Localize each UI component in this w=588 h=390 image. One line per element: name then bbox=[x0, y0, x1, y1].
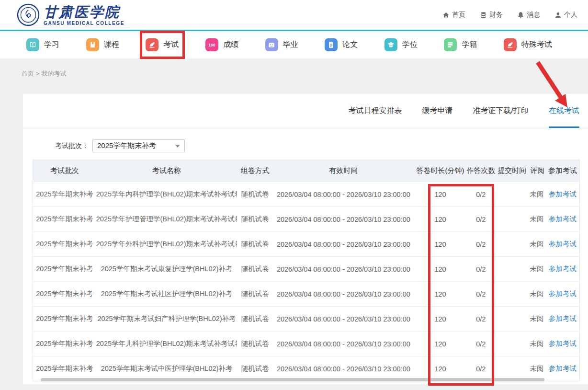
review-status-cell: 未阅 bbox=[529, 339, 546, 348]
exam-batch-filter: 考试批次： 2025学年期末补考 bbox=[55, 139, 185, 152]
attempts-cell: 0/2 bbox=[466, 365, 495, 373]
valid-time-cell: 2026/03/04 08:00:00 - 2026/03/10 23:00:0… bbox=[273, 241, 414, 248]
top-nav-finance[interactable]: 财务 bbox=[480, 11, 503, 19]
attempts-cell: 0/2 bbox=[466, 191, 495, 198]
duration-cell: 120 bbox=[414, 216, 467, 223]
duration-cell: 120 bbox=[414, 365, 467, 373]
table-row: 2025学年期末补考2025学年儿科护理学(BHL02)期末考试补考试卷随机试卷… bbox=[33, 331, 579, 356]
nav-label: 成绩 bbox=[223, 40, 238, 50]
tab-online-exam[interactable]: 在线考试 bbox=[549, 94, 579, 128]
bell-icon bbox=[517, 11, 524, 19]
attempts-cell: 0/2 bbox=[466, 315, 495, 323]
column-header: 答卷时长(分钟) bbox=[414, 166, 467, 175]
paper-method-cell: 随机试卷 bbox=[237, 364, 273, 373]
exam-batch-cell: 2025学年期末补考 bbox=[33, 190, 96, 199]
special-exam-icon bbox=[504, 38, 517, 51]
valid-time-cell: 2026/03/04 08:00:00 - 2026/03/10 23:00:0… bbox=[273, 191, 414, 198]
finance-icon bbox=[480, 11, 487, 19]
column-header: 参加考试 bbox=[546, 166, 579, 175]
duration-cell: 120 bbox=[414, 290, 467, 298]
breadcrumb-separator: > bbox=[36, 70, 40, 77]
breadcrumb-home-link[interactable]: 首页 bbox=[22, 70, 34, 77]
exam-name-cell: 2025学年内科护理学(BHL02)期末考试补考试卷 bbox=[96, 190, 237, 199]
join-exam-link[interactable]: 参加考试 bbox=[546, 289, 579, 298]
column-header: 有效时间 bbox=[273, 166, 414, 175]
table-header-row: 考试批次考试名称组卷方式有效时间答卷时长(分钟)作答次数提交时间评阅参加考试 bbox=[33, 160, 579, 182]
join-exam-link[interactable]: 参加考试 bbox=[546, 190, 579, 199]
tab-divider bbox=[23, 128, 588, 128]
college-seal-icon bbox=[17, 3, 40, 26]
column-header: 考试名称 bbox=[96, 166, 237, 175]
exam-batch-label: 考试批次： bbox=[55, 142, 89, 150]
thesis-icon bbox=[325, 38, 338, 51]
exam-batch-cell: 2025学年期末补考 bbox=[33, 264, 96, 274]
top-nav-messages[interactable]: 消息 bbox=[517, 11, 540, 19]
join-exam-link[interactable]: 参加考试 bbox=[546, 364, 579, 373]
table-row: 2025学年期末补考2025学年外科护理学(BHL02)期末考试补考试卷随机试卷… bbox=[33, 231, 579, 256]
nav-label: 毕业 bbox=[283, 40, 298, 50]
exam-batch-select[interactable]: 2025学年期末补考 bbox=[92, 139, 185, 152]
paper-method-cell: 随机试卷 bbox=[237, 215, 273, 224]
exam-batch-cell: 2025学年期末补考 bbox=[33, 339, 96, 348]
tab-deferred-exam-application[interactable]: 缓考申请 bbox=[422, 94, 453, 128]
valid-time-cell: 2026/03/04 08:00:00 - 2026/03/10 23:00:0… bbox=[273, 290, 414, 298]
exam-name-cell: 2025学年儿科护理学(BHL02)期末考试补考试卷 bbox=[96, 339, 237, 348]
table-row: 2025学年期末补考2025学年内科护理学(BHL02)期末考试补考试卷随机试卷… bbox=[33, 182, 579, 206]
nav-item-thesis[interactable]: 论文 bbox=[325, 38, 358, 51]
exam-batch-cell: 2025学年期末补考 bbox=[33, 364, 96, 373]
nav-item-degree[interactable]: 学位 bbox=[384, 38, 418, 51]
content-card: 考试日程安排表 缓考申请 准考证下载/打印 在线考试 考试批次： 2025学年期… bbox=[23, 94, 588, 384]
duration-cell: 120 bbox=[414, 265, 467, 273]
duration-cell: 120 bbox=[414, 241, 467, 248]
exam-batch-value: 2025学年期末补考 bbox=[97, 141, 156, 150]
exam-name-cell: 2025学年护理管理学(BHL02)期末考试补考试卷 bbox=[96, 215, 237, 224]
valid-time-cell: 2026/03/04 08:00:00 - 2026/03/10 23:00:0… bbox=[273, 365, 414, 373]
nav-label: 学习 bbox=[44, 40, 59, 50]
top-header: 甘肃医学院 GANSU MEDICAL COLLEGE 首页 财务 消息 个人 bbox=[0, 0, 588, 30]
tab-exam-schedule[interactable]: 考试日程安排表 bbox=[349, 94, 402, 128]
join-exam-link[interactable]: 参加考试 bbox=[546, 339, 579, 348]
exam-name-cell: 2025学年外科护理学(BHL02)期末考试补考试卷 bbox=[96, 240, 237, 249]
table-row: 2025学年期末补考2025学年期末考试康复护理学(BHL02)补考随机试卷20… bbox=[33, 256, 579, 281]
attempts-cell: 0/2 bbox=[466, 265, 495, 273]
nav-item-graduation[interactable]: 毕业 bbox=[265, 38, 298, 51]
tab-admission-ticket-download[interactable]: 准考证下载/打印 bbox=[473, 94, 529, 128]
paper-method-cell: 随机试卷 bbox=[237, 289, 273, 298]
top-nav-label: 首页 bbox=[452, 11, 465, 19]
join-exam-link[interactable]: 参加考试 bbox=[546, 240, 579, 249]
attempts-cell: 0/2 bbox=[466, 340, 495, 348]
top-nav-profile[interactable]: 个人 bbox=[554, 11, 577, 19]
main-nav: 学习 课程 考试 100 成绩 毕业 论文 学位 bbox=[0, 31, 588, 58]
breadcrumb-current: 我的考试 bbox=[42, 70, 67, 77]
review-status-cell: 未阅 bbox=[529, 190, 546, 199]
college-name-en: GANSU MEDICAL COLLEGE bbox=[44, 21, 124, 26]
join-exam-link[interactable]: 参加考试 bbox=[546, 215, 579, 224]
nav-item-roster[interactable]: 学籍 bbox=[444, 38, 477, 51]
top-nav-home[interactable]: 首页 bbox=[442, 11, 465, 19]
paper-method-cell: 随机试卷 bbox=[237, 339, 273, 348]
exam-batch-cell: 2025学年期末补考 bbox=[33, 289, 96, 298]
nav-label: 特殊考试 bbox=[521, 40, 552, 50]
top-nav-label: 个人 bbox=[564, 11, 577, 19]
valid-time-cell: 2026/03/04 08:00:00 - 2026/03/10 23:00:0… bbox=[273, 315, 414, 323]
exam-batch-cell: 2025学年期末补考 bbox=[33, 240, 96, 249]
nav-item-special-exam[interactable]: 特殊考试 bbox=[504, 38, 552, 51]
nav-item-score[interactable]: 100 成绩 bbox=[205, 38, 238, 51]
table-row: 2025学年期末补考2025学年期末考试妇产科护理学(BHL02)补考随机试卷2… bbox=[33, 306, 579, 331]
join-exam-link[interactable]: 参加考试 bbox=[546, 314, 579, 323]
horizontal-scrollbar[interactable] bbox=[41, 378, 544, 381]
exam-name-cell: 2025学年期末考试社区护理学(BHL02)补考 bbox=[96, 289, 237, 298]
duration-cell: 120 bbox=[414, 340, 467, 348]
nav-item-exam[interactable]: 考试 bbox=[146, 38, 179, 51]
nav-label: 学位 bbox=[402, 40, 418, 50]
exam-name-cell: 2025学年期末考试妇产科护理学(BHL02)补考 bbox=[96, 314, 237, 323]
exam-tabs: 考试日程安排表 缓考申请 准考证下载/打印 在线考试 bbox=[349, 94, 579, 128]
join-exam-link[interactable]: 参加考试 bbox=[546, 264, 579, 274]
review-status-cell: 未阅 bbox=[529, 215, 546, 224]
top-nav-label: 消息 bbox=[527, 11, 540, 19]
person-icon bbox=[554, 11, 562, 19]
nav-item-course[interactable]: 课程 bbox=[86, 38, 119, 51]
nav-item-study[interactable]: 学习 bbox=[26, 38, 59, 51]
table-row: 2025学年期末补考2025学年护理管理学(BHL02)期末考试补考试卷随机试卷… bbox=[33, 206, 579, 231]
column-header: 评阅 bbox=[529, 166, 546, 175]
